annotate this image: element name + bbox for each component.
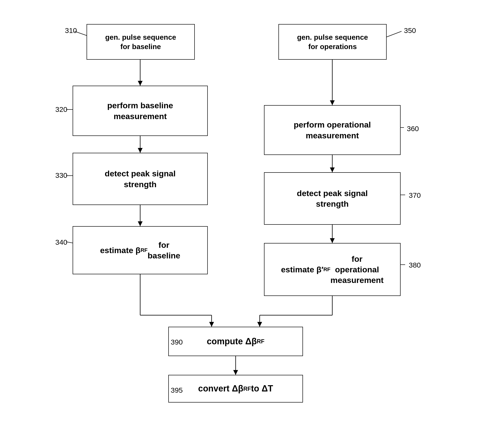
label-380: 380 [409,261,421,269]
svg-marker-21 [233,370,238,375]
label-395: 395 [171,386,183,394]
diagram: gen. pulse sequencefor baseline perform … [0,0,478,448]
label-390: 390 [171,338,183,346]
label-340: 340 [55,238,67,246]
svg-marker-3 [138,148,143,153]
box-395: convert ΔβRF to ΔT [168,375,303,403]
svg-marker-7 [330,100,335,105]
label-330: 330 [55,171,67,179]
svg-marker-19 [257,322,262,327]
box-320: perform baselinemeasurement [73,86,208,136]
label-310: 310 [65,26,77,35]
box-330: detect peak signalstrength [73,153,208,205]
label-360: 360 [407,125,419,133]
box-380: estimate β′RF foroperationalmeasurement [264,243,401,296]
box-310: gen. pulse sequencefor baseline [87,24,195,60]
svg-marker-11 [330,238,335,243]
svg-marker-1 [138,81,143,86]
label-320: 320 [55,105,67,114]
box-370: detect peak signalstrength [264,172,401,225]
svg-marker-9 [330,167,335,172]
box-360: perform operationalmeasurement [264,105,401,155]
label-370: 370 [409,191,421,199]
box-390: compute ΔβRF [168,327,303,356]
box-340: estimate βRF forbaseline [73,226,208,274]
svg-marker-15 [209,322,214,327]
box-350: gen. pulse sequencefor operations [278,24,387,60]
label-350: 350 [404,26,416,35]
svg-marker-5 [138,221,143,226]
